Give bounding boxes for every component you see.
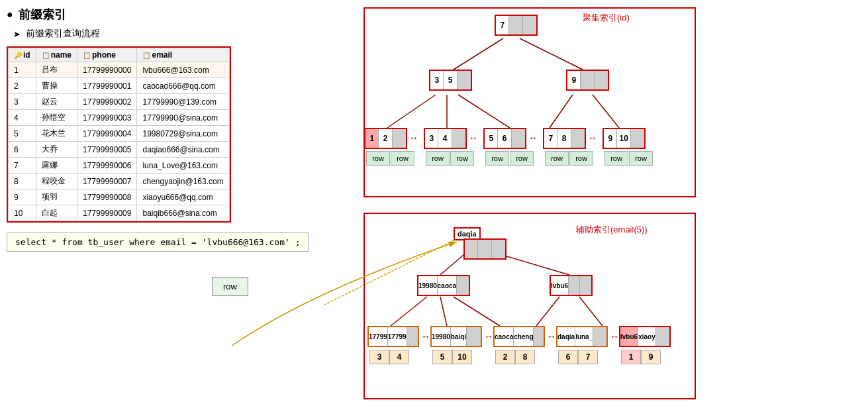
cell-name: 露娜 xyxy=(36,158,77,174)
svg-line-2 xyxy=(387,95,436,128)
aux-leaf-daqia-luna: daqia luna_ xyxy=(556,326,608,347)
title-row: ● 前缀索引 xyxy=(7,7,318,23)
cell-gray xyxy=(458,71,471,89)
right-panel: 聚集索引(id) 7 3 5 9 1 2 row row ↔ xyxy=(324,0,867,412)
cell-name: 白起 xyxy=(36,205,77,221)
leaf-cell-gray5 xyxy=(631,129,644,148)
row-leaf-6: row xyxy=(510,151,534,166)
root-cell-gray1 xyxy=(509,16,522,34)
table-row: 4孙悟空1779999000317799990@sina.com xyxy=(9,110,230,126)
cell-name: 花木兰 xyxy=(36,126,77,142)
row-standalone-box: row xyxy=(212,277,248,296)
cell-id: 6 xyxy=(9,142,36,158)
leaf-cell-2: 2 xyxy=(379,129,392,148)
aux-leaf-17799-17799: 17799 17799 xyxy=(367,326,419,347)
cell-phone: 17799990006 xyxy=(77,158,137,174)
aux-leaf-caoca-cheng: caoca cheng xyxy=(493,326,545,347)
aux-root-gray3 xyxy=(492,240,505,258)
leaf-node-1-2: 1 2 xyxy=(364,128,407,149)
table-row: 10白起17799990009baiqib666@sina.com xyxy=(9,205,230,221)
cell-name: 孙悟空 xyxy=(36,110,77,126)
num-4: 4 xyxy=(389,350,409,364)
col-name: 📋name xyxy=(36,48,77,62)
cell-phone: 17799990002 xyxy=(77,94,137,110)
table-row: 8程咬金17799990007chengyaojin@163.com xyxy=(9,174,230,189)
cell-phone: 17799990000 xyxy=(77,62,137,78)
svg-line-12 xyxy=(536,297,559,326)
cell-email: luna_Love@163.com xyxy=(137,158,229,174)
svg-rect-15 xyxy=(364,8,695,197)
cell-name: 赵云 xyxy=(36,94,77,110)
cell-phone: 17799990001 xyxy=(77,78,137,94)
col-email: 📋email xyxy=(137,48,229,62)
bullet-icon: ● xyxy=(7,9,13,21)
arrow-icon: ➤ xyxy=(13,29,21,39)
num-9: 9 xyxy=(641,350,661,364)
aux-root-gray2 xyxy=(478,240,491,258)
node-9: 9 xyxy=(566,70,609,91)
aux-leaf-19980-baiqi: 19980 baiqi xyxy=(430,326,482,347)
num-8: 8 xyxy=(515,350,535,364)
cell-3: 3 xyxy=(430,71,444,89)
aux-arrow3: ↔ xyxy=(547,331,556,342)
cell-5: 5 xyxy=(444,71,457,89)
row-leaf-7: row xyxy=(545,151,569,166)
cell-name: 大乔 xyxy=(36,142,77,158)
leaf-cell-1: 1 xyxy=(365,129,379,148)
leaf-node-9-10: 9 10 xyxy=(603,128,646,149)
cell-name: 项羽 xyxy=(36,189,77,205)
aux-leaf-baiqi: baiqi xyxy=(451,327,467,346)
arrow-78-910: ↔ xyxy=(588,132,597,143)
col-id: 🔑id xyxy=(9,48,36,62)
leaf-cell-7: 7 xyxy=(544,129,557,148)
row-leaf-8: row xyxy=(569,151,593,166)
aux-arrow4: ↔ xyxy=(610,331,619,342)
leaf-cell-gray2 xyxy=(452,129,465,148)
cell-phone: 17799990009 xyxy=(77,205,137,221)
cell-email: caocao666@qq.com xyxy=(137,78,229,94)
aux-cell-gray xyxy=(457,276,469,295)
cell-email: 19980729@sina.com xyxy=(137,126,229,142)
svg-line-5 xyxy=(550,95,573,128)
arrow-12-34: ↔ xyxy=(409,132,418,143)
table-row: 2曹操17799990001caocao666@qq.com xyxy=(9,78,230,94)
num-1: 1 xyxy=(621,350,641,364)
clustered-index-label: 聚集索引(id) xyxy=(583,12,630,24)
row-leaf-10: row xyxy=(629,151,653,166)
subtitle: 前缀索引查询流程 xyxy=(26,28,100,40)
row-leaf-4: row xyxy=(450,151,474,166)
svg-line-9 xyxy=(391,297,427,326)
svg-line-1 xyxy=(520,38,583,70)
svg-line-6 xyxy=(593,95,619,128)
svg-line-11 xyxy=(454,297,500,326)
leaf-cell-10: 10 xyxy=(617,129,630,148)
row-leaf-1: row xyxy=(366,151,390,166)
leaf-node-5-6: 5 6 xyxy=(483,128,526,149)
row-leaf-5: row xyxy=(485,151,509,166)
cell-id: 3 xyxy=(9,94,36,110)
aux-arrow2: ↔ xyxy=(484,331,493,342)
table-row: 9项羽17799990008xiaoyu666@qq.com xyxy=(9,189,230,205)
row-label: row xyxy=(223,282,237,291)
cell-email: chengyaojin@163.com xyxy=(137,174,229,189)
main-title: 前缀索引 xyxy=(19,7,66,23)
aux-node-19980-caoca: 19980 caoca xyxy=(417,275,470,296)
num-5: 5 xyxy=(432,350,452,364)
aux-arrow1: ↔ xyxy=(421,331,430,342)
cell-email: lvbu666@163.com xyxy=(137,62,229,78)
page: ● 前缀索引 ➤ 前缀索引查询流程 🔑id 📋name 📋phone 📋emai… xyxy=(0,0,868,412)
query-text: select * from tb_user where email = 'lvb… xyxy=(15,237,300,247)
root-cell-7: 7 xyxy=(496,16,509,34)
cell-phone: 17799990007 xyxy=(77,174,137,189)
svg-rect-16 xyxy=(364,213,695,399)
leaf-cell-gray xyxy=(393,129,406,148)
cell-id: 1 xyxy=(9,62,36,78)
aux-leaf-luna: luna_ xyxy=(575,327,593,346)
row-leaf-2: row xyxy=(391,151,414,166)
aux-root-node xyxy=(463,238,506,260)
col-phone: 📋phone xyxy=(77,48,137,62)
table-row: 6大乔17799990005daqiao666@sina.com xyxy=(9,142,230,158)
leaf-cell-8: 8 xyxy=(557,129,571,148)
aux-leaf-cheng: cheng xyxy=(514,327,534,346)
cell-gray2 xyxy=(581,71,594,89)
